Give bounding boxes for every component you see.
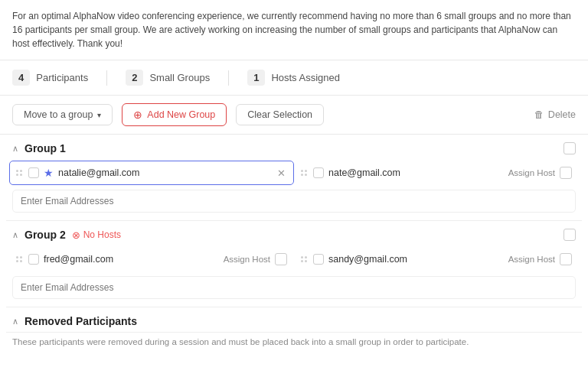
host-star-icon: ★ [44,167,54,179]
drag-handle[interactable] [301,256,309,262]
small-groups-label: Small Groups [149,72,210,83]
trash-icon: 🗑 [534,109,544,120]
participant-email: nate@gmail.com [328,167,504,178]
chevron-down-icon: ▾ [97,111,101,119]
participants-count: 4 [12,70,30,86]
group2-checkbox[interactable] [564,229,576,241]
group-section-group2: ∧ Group 2 ⊗ No Hosts fred@gmail.com Assi [6,221,582,307]
no-hosts-label: No Hosts [83,229,121,240]
clear-selection-button[interactable]: Clear Selection [236,104,324,125]
assign-host-checkbox[interactable] [275,253,287,265]
participant-checkbox[interactable] [28,167,39,178]
removed-title: Removed Participants [24,315,137,327]
add-new-group-button[interactable]: ⊕ Add New Group [122,103,227,126]
stat-divider-2 [228,70,229,86]
hosts-assigned-label: Hosts Assigned [271,72,340,83]
participant-email: natalie@gmail.com [58,167,271,178]
drag-handle[interactable] [16,170,24,176]
group1-participants-grid: ★ natalie@gmail.com ✕ nate@gmail.com Ass… [6,161,582,185]
participant-email: fred@gmail.com [44,254,219,265]
group2-title: Group 2 [24,229,66,241]
participant-checkbox[interactable] [313,254,324,265]
hosts-assigned-count: 1 [247,70,265,86]
group2-email-input[interactable] [12,276,576,299]
group1-email-input-row [6,185,582,220]
removed-note: These participants were removed during a… [6,333,582,351]
toolbar: Move to a group ▾ ⊕ Add New Group Clear … [0,96,588,135]
drag-handle[interactable] [301,170,309,176]
remove-icon[interactable]: ✕ [276,167,287,179]
group2-email-input-row [6,271,582,307]
participant-checkbox[interactable] [28,254,39,265]
group1-checkbox[interactable] [564,142,576,154]
info-banner: For an optimal AlphaNow video conferenci… [0,0,588,60]
participant-checkbox[interactable] [313,167,324,178]
assign-host-checkbox[interactable] [560,253,572,265]
no-hosts-badge: ⊗ No Hosts [72,229,121,241]
small-groups-stat: 2 Small Groups [126,70,210,86]
stat-divider-1 [106,70,107,86]
group2-header: ∧ Group 2 ⊗ No Hosts [6,221,582,247]
delete-button[interactable]: 🗑 Delete [534,109,576,120]
group1-email-input[interactable] [12,190,576,213]
group-section-group1: ∧ Group 1 ★ natalie@gmail.com ✕ [6,135,582,221]
hosts-assigned-stat: 1 Hosts Assigned [247,70,340,86]
assign-host-label: Assign Host [224,255,270,264]
participant-row: nate@gmail.com Assign Host [294,161,579,185]
participant-row: sandy@gmail.com Assign Host [294,247,579,271]
group2-participants-grid: fred@gmail.com Assign Host sandy@gmail.c… [6,247,582,271]
assign-host-label: Assign Host [508,168,555,177]
participant-row: ★ natalie@gmail.com ✕ [9,161,294,185]
group2-collapse-icon[interactable]: ∧ [12,230,18,240]
assign-host-checkbox[interactable] [560,167,572,179]
move-to-group-button[interactable]: Move to a group ▾ [12,104,113,125]
warning-icon: ⊗ [72,229,80,241]
removed-section: ∧ Removed Participants [6,307,582,333]
group1-title: Group 1 [24,142,66,154]
removed-header: ∧ Removed Participants [12,315,576,327]
participant-row: fred@gmail.com Assign Host [9,247,294,271]
drag-handle[interactable] [16,256,24,262]
assign-host-label: Assign Host [508,255,555,264]
stats-bar: 4 Participants 2 Small Groups 1 Hosts As… [0,60,588,96]
removed-collapse-icon[interactable]: ∧ [12,317,18,327]
group1-collapse-icon[interactable]: ∧ [12,144,18,154]
group1-header: ∧ Group 1 [6,135,582,161]
plus-icon: ⊕ [133,109,142,121]
participants-stat: 4 Participants [12,70,88,86]
main-content: ∧ Group 1 ★ natalie@gmail.com ✕ [0,135,588,351]
participants-label: Participants [36,72,88,83]
small-groups-count: 2 [126,70,143,86]
participant-email: sandy@gmail.com [328,254,504,265]
